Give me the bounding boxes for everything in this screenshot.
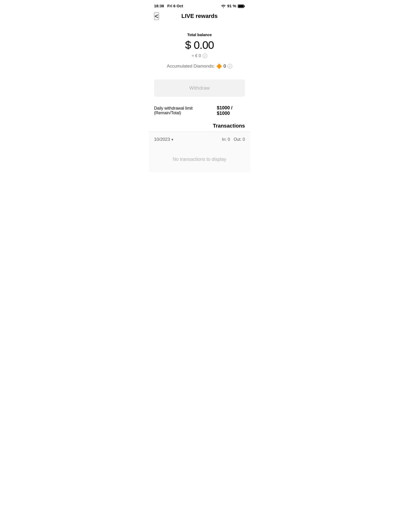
empty-state-text: No transactions to display <box>173 157 226 162</box>
status-time-date: 18:38 Fri 6 Oct <box>154 4 183 8</box>
diamonds-row: Accumulated Diamonds: 🔶 0 i <box>167 63 232 69</box>
battery-percentage: 91 % <box>227 4 236 8</box>
transactions-header: Transactions <box>149 119 250 131</box>
diamonds-count: 0 <box>223 64 226 69</box>
wifi-icon <box>221 4 226 8</box>
month-filter-row: 10/2023 ▾ In: 0 Out: 0 <box>149 132 250 146</box>
balance-euro-value: ≈ € 0 <box>192 54 201 58</box>
euro-info-icon[interactable]: i <box>203 54 207 58</box>
daily-limit-value: $1000 / $1000 <box>217 105 245 116</box>
balance-amount: $ 0.00 <box>185 39 214 51</box>
back-button[interactable]: < <box>154 12 159 20</box>
status-time: 18:38 <box>154 4 164 8</box>
svg-rect-1 <box>244 5 245 7</box>
month-label: 10/2023 <box>154 137 170 142</box>
diamonds-label: Accumulated Diamonds: <box>167 64 215 69</box>
battery-icon <box>238 4 245 8</box>
daily-limit-section: Daily withdrawal limit (Remain/Total) $1… <box>149 101 250 119</box>
transactions-title: Transactions <box>213 123 245 129</box>
withdraw-section: Withdraw <box>149 74 250 101</box>
header: < LIVE rewards <box>149 10 250 25</box>
balance-section: Total balance $ 0.00 ≈ € 0 i Accumulated… <box>149 25 250 74</box>
out-summary: Out: 0 <box>234 137 245 142</box>
diamond-icon: 🔶 <box>216 63 222 69</box>
no-transactions-message: No transactions to display <box>149 146 250 172</box>
status-date: Fri 6 Oct <box>167 4 183 8</box>
status-bar: 18:38 Fri 6 Oct 91 % <box>149 0 250 10</box>
daily-limit-label: Daily withdrawal limit (Remain/Total) <box>154 106 217 115</box>
withdraw-button[interactable]: Withdraw <box>154 79 245 97</box>
in-out-summary: In: 0 Out: 0 <box>222 137 245 142</box>
month-selector[interactable]: 10/2023 ▾ <box>154 137 173 142</box>
total-balance-label: Total balance <box>187 32 212 37</box>
in-summary: In: 0 <box>222 137 230 142</box>
svg-rect-2 <box>238 5 244 8</box>
diamonds-info-icon[interactable]: i <box>228 64 232 69</box>
page-title: LIVE rewards <box>181 13 217 19</box>
chevron-down-icon: ▾ <box>171 137 173 142</box>
balance-euro-row: ≈ € 0 i <box>192 54 207 58</box>
status-indicators: 91 % <box>221 4 245 8</box>
